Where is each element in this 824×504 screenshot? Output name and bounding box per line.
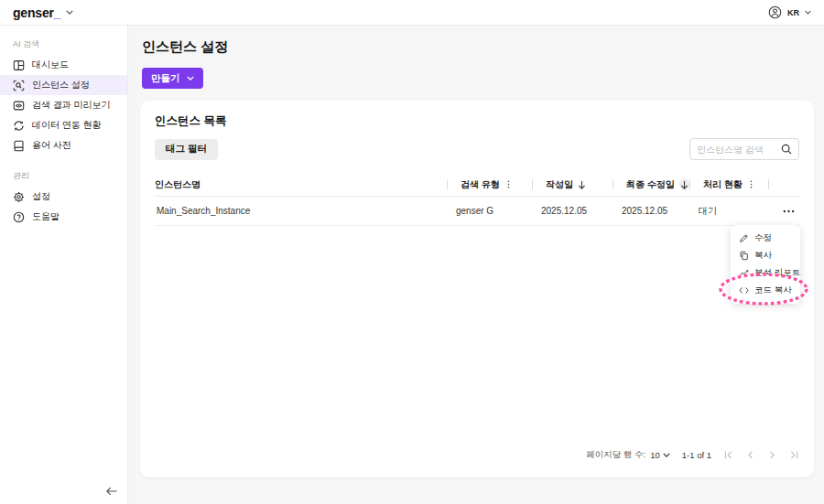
- menu-item-label: 분석 리포트: [754, 267, 800, 279]
- menu-item-copy[interactable]: 복사: [731, 247, 800, 264]
- sidebar-item-label: 설정: [32, 190, 50, 203]
- chevron-down-icon: [805, 10, 811, 15]
- cell-search-type: genser G: [447, 206, 532, 216]
- user-avatar-icon: [768, 5, 782, 19]
- column-divider: [447, 179, 448, 189]
- row-actions-ellipsis-icon[interactable]: [781, 208, 797, 215]
- last-page-icon[interactable]: [789, 450, 799, 460]
- dashboard-icon: [13, 59, 25, 71]
- main-content: 인스턴스 설정 만들기 인스턴스 목록 태그 필터: [128, 26, 824, 504]
- logo-accent: _: [54, 5, 61, 20]
- page-range-label: 1-1 of 1: [682, 450, 711, 460]
- sidebar-item-label: 인스턴스 설정: [32, 79, 90, 91]
- page-title: 인스턴스 설정: [142, 38, 814, 56]
- column-header-created: 작성일: [546, 178, 573, 191]
- sidebar-item-label: 대시보드: [32, 59, 69, 71]
- first-page-icon[interactable]: [723, 450, 733, 460]
- preview-eye-icon: [13, 100, 25, 112]
- column-divider: [689, 179, 690, 189]
- user-initials: KR: [787, 8, 799, 17]
- column-menu-icon[interactable]: [504, 180, 513, 188]
- sidebar-item-instance-settings[interactable]: 인스턴스 설정: [0, 75, 127, 95]
- menu-item-edit[interactable]: 수정: [731, 230, 800, 247]
- rows-per-page-label: 페이지당 행 수:: [586, 449, 645, 461]
- row-context-menu: 수정 복사 분석 리포트 코드 복사: [731, 225, 800, 304]
- sidebar-section-ai-search: AI 검색: [13, 38, 127, 50]
- pagination: 페이지당 행 수: 10 1-1 of 1: [155, 441, 799, 468]
- pencil-icon: [739, 233, 749, 243]
- cell-status: 대기: [689, 205, 768, 218]
- create-button[interactable]: 만들기: [142, 68, 203, 89]
- gear-icon: [13, 191, 25, 203]
- menu-item-label: 복사: [754, 250, 772, 262]
- code-icon: [739, 285, 749, 295]
- search-icon[interactable]: [781, 144, 792, 155]
- column-divider: [613, 179, 613, 189]
- sidebar-section-management: 관리: [13, 170, 127, 182]
- sidebar-item-label: 용어 사전: [32, 139, 71, 152]
- search-input[interactable]: [697, 145, 777, 155]
- column-menu-icon[interactable]: [747, 180, 755, 188]
- sidebar: AI 검색 대시보드 인스턴스 설정: [0, 26, 128, 504]
- rows-per-page-value: 10: [650, 450, 660, 460]
- sidebar-item-label: 도움말: [32, 210, 60, 223]
- sidebar-item-search-preview[interactable]: 검색 결과 미리보기: [0, 95, 127, 115]
- logo: genser_: [13, 5, 60, 20]
- sidebar-item-help[interactable]: 도움말: [0, 207, 127, 227]
- chevron-down-icon: [187, 76, 194, 80]
- column-divider: [532, 179, 533, 189]
- sort-down-active-icon[interactable]: [679, 178, 689, 190]
- table-header: 인스턴스명 검색 유형 작성일: [155, 173, 799, 197]
- column-header-modified: 최종 수정일: [626, 178, 675, 191]
- cell-modified-date: 2025.12.05: [613, 206, 689, 216]
- sidebar-item-label: 데이터 연동 현황: [32, 119, 102, 132]
- tag-filter-button[interactable]: 태그 필터: [155, 139, 218, 160]
- rows-per-page-select[interactable]: 10: [650, 450, 670, 460]
- report-chart-icon: [739, 268, 749, 278]
- cell-instance-name: Main_Search_Instance: [155, 206, 447, 216]
- topbar: genser_ KR: [0, 0, 824, 26]
- next-page-icon[interactable]: [767, 450, 777, 460]
- menu-item-label: 수정: [754, 232, 772, 244]
- dictionary-book-icon: [13, 140, 25, 152]
- menu-item-analysis-report[interactable]: 분석 리포트: [731, 264, 800, 282]
- cell-created-date: 2025.12.05: [532, 206, 613, 216]
- column-header-search-type: 검색 유형: [461, 178, 500, 191]
- card-title: 인스턴스 목록: [155, 113, 799, 129]
- menu-item-copy-code[interactable]: 코드 복사: [731, 282, 800, 299]
- sidebar-item-glossary[interactable]: 용어 사전: [0, 135, 127, 155]
- sidebar-collapse-arrow-icon[interactable]: [105, 486, 118, 497]
- instance-list-card: 인스턴스 목록 태그 필터 인스턴스명: [140, 101, 814, 477]
- sidebar-item-dashboard[interactable]: 대시보드: [0, 55, 127, 75]
- table-row[interactable]: Main_Search_Instance genser G 2025.12.05…: [155, 197, 799, 226]
- sync-icon: [13, 120, 25, 132]
- column-header-status: 처리 현황: [703, 178, 743, 191]
- create-button-label: 만들기: [151, 72, 180, 85]
- sidebar-item-data-sync[interactable]: 데이터 연동 현황: [0, 115, 127, 135]
- help-icon: [13, 211, 25, 223]
- menu-item-label: 코드 복사: [754, 284, 792, 296]
- chevron-down-icon: [66, 10, 73, 15]
- sort-down-icon[interactable]: [578, 180, 586, 189]
- sidebar-item-settings[interactable]: 설정: [0, 187, 127, 207]
- instance-search-box: [689, 138, 799, 160]
- instance-settings-icon: [13, 80, 25, 91]
- previous-page-icon[interactable]: [745, 450, 755, 460]
- copy-icon: [739, 251, 749, 261]
- sidebar-item-label: 검색 결과 미리보기: [32, 99, 111, 112]
- logo-menu[interactable]: genser_: [13, 5, 73, 20]
- column-divider: [768, 179, 769, 189]
- account-menu[interactable]: KR: [768, 5, 811, 19]
- column-header-name: 인스턴스명: [155, 178, 201, 191]
